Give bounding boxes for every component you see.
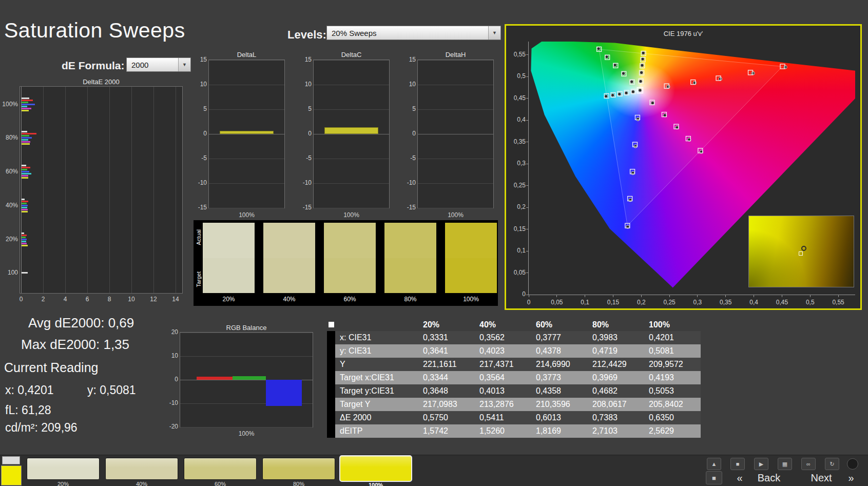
deltae-bar bbox=[22, 169, 27, 170]
y-tick-label: -20 bbox=[160, 423, 178, 430]
cie-y-tick-label: 0 bbox=[505, 290, 526, 298]
deltac-chart-title: DeltaC bbox=[313, 51, 390, 59]
table-row-strip bbox=[327, 384, 335, 398]
y-tickmark bbox=[526, 229, 529, 229]
chevrons-left-icon[interactable]: « bbox=[733, 471, 746, 484]
chevrons-right-icon[interactable]: » bbox=[844, 471, 858, 484]
yellow-measured-marker bbox=[641, 64, 644, 67]
eject-icon[interactable]: ▲ bbox=[707, 458, 721, 470]
deltae-bar bbox=[22, 245, 28, 246]
table-cell: 0,5411 bbox=[475, 411, 531, 424]
delta-bar bbox=[220, 131, 274, 134]
y-tick-label: -5 bbox=[188, 154, 207, 162]
gridline bbox=[180, 333, 313, 333]
saturation-swatch-40%[interactable] bbox=[105, 458, 178, 480]
table-cell: 221,1611 bbox=[418, 358, 475, 371]
saturation-swatch-20%[interactable] bbox=[27, 458, 100, 480]
cie-x-tick-label: 0,45 bbox=[771, 299, 792, 306]
table-col-header: 80% bbox=[588, 318, 644, 331]
deltae-gridline bbox=[43, 87, 44, 293]
grid-icon[interactable]: ▦ bbox=[778, 458, 792, 470]
deltae-x-tick-label: 12 bbox=[145, 296, 162, 303]
gridline bbox=[314, 134, 389, 134]
table-row-strip bbox=[327, 371, 335, 384]
next-button[interactable]: Next bbox=[801, 471, 842, 484]
x-tickmark bbox=[641, 295, 642, 297]
magenta-measured-marker bbox=[663, 113, 666, 116]
y-tick-label: 0 bbox=[188, 130, 207, 137]
stop-icon[interactable]: ■ bbox=[706, 471, 722, 484]
table-cell: 212,4429 bbox=[588, 358, 644, 371]
deltae-bar bbox=[22, 108, 31, 109]
y-tick-label: 0 bbox=[397, 130, 416, 137]
deltah-chart-title: DeltaH bbox=[417, 51, 494, 59]
deltae-bar bbox=[22, 98, 29, 99]
rgb-balance-chart: 20100-10-20 bbox=[180, 332, 313, 427]
magenta-measured-marker bbox=[651, 101, 654, 104]
sweep-swatch-label: 40% bbox=[263, 296, 315, 303]
table-cell: 0,7383 bbox=[588, 411, 644, 424]
record-icon[interactable] bbox=[847, 458, 858, 470]
saturation-swatch-60%[interactable] bbox=[184, 458, 257, 480]
cie-y-tick-label: 0,25 bbox=[505, 182, 526, 189]
mini-white-swatch[interactable] bbox=[2, 456, 20, 464]
saturation-swatch-100%[interactable] bbox=[339, 455, 412, 482]
y-tick-label: 0 bbox=[160, 376, 178, 383]
table-cell: 0,3969 bbox=[588, 371, 644, 384]
mini-yellow-swatch[interactable] bbox=[1, 465, 22, 485]
refresh-icon[interactable]: ↻ bbox=[825, 458, 839, 470]
table-cell: 213,2876 bbox=[475, 398, 531, 411]
cie-x-tick-label: 0,1 bbox=[575, 299, 595, 306]
deltae-bar bbox=[22, 239, 27, 240]
y-tickmark bbox=[526, 273, 529, 273]
back-button[interactable]: Back bbox=[748, 471, 789, 484]
red-measured-marker bbox=[719, 77, 722, 80]
deltae-bar bbox=[22, 137, 32, 139]
gridline bbox=[180, 356, 313, 357]
y-tickmark bbox=[526, 142, 529, 142]
table-cell: 214,6990 bbox=[531, 358, 588, 371]
gridline bbox=[418, 208, 493, 208]
y-tickmark bbox=[526, 76, 529, 77]
infinity-icon[interactable]: ∞ bbox=[801, 458, 816, 470]
table-row-label: Y bbox=[335, 358, 418, 371]
rgb-bar-green bbox=[233, 376, 266, 380]
y-tick-label: 15 bbox=[397, 56, 416, 63]
x-tickmark bbox=[782, 295, 782, 297]
table-cell: 0,3641 bbox=[418, 344, 475, 358]
table-cell: 0,5053 bbox=[644, 384, 701, 398]
cie-y-tick-label: 0,4 bbox=[505, 116, 526, 123]
gridline bbox=[209, 183, 284, 184]
gridline bbox=[418, 85, 493, 85]
blue-measured-marker bbox=[634, 145, 637, 148]
table-cell: 217,4371 bbox=[475, 358, 531, 371]
y-tick-label: -10 bbox=[160, 399, 178, 406]
y-tickmark bbox=[526, 295, 529, 295]
deltae-bar bbox=[22, 201, 28, 202]
table-row-label: ΔE 2000 bbox=[335, 411, 418, 424]
deltae-bar bbox=[22, 207, 27, 208]
y-tick-label: 0 bbox=[293, 130, 312, 137]
table-row: Target Y217,0983213,2876210,3596208,0617… bbox=[327, 398, 701, 411]
cie-x-tick-label: 0,05 bbox=[547, 299, 567, 306]
table-row: Y221,1611217,4371214,6990212,4429209,957… bbox=[327, 358, 701, 371]
play-icon[interactable]: ▶ bbox=[754, 458, 768, 470]
measurement-table: 20%40%60%80%100%x: CIE310,33310,35620,37… bbox=[327, 318, 701, 438]
gridline bbox=[209, 134, 284, 134]
saturation-swatch-80%[interactable] bbox=[262, 458, 335, 480]
stop-icon[interactable]: ■ bbox=[730, 458, 745, 470]
deltae-bar bbox=[22, 165, 26, 166]
de-formula-label: dE Formula: bbox=[62, 60, 125, 72]
table-corner-handle[interactable] bbox=[329, 322, 334, 327]
levels-dropdown[interactable]: 20% Sweeps ▼ bbox=[326, 26, 501, 40]
table-cell: 0,6013 bbox=[531, 411, 588, 424]
table-left-strip bbox=[327, 318, 335, 331]
deltac-chart: 151050-5-10-15 bbox=[313, 60, 390, 208]
deltah-x-label: 100% bbox=[417, 211, 494, 219]
deltae-bar bbox=[22, 102, 28, 103]
table-cell: 0,3648 bbox=[418, 384, 475, 398]
de-formula-dropdown[interactable]: 2000 ▼ bbox=[126, 57, 191, 72]
actual-target-swatch-panel: Actual Target 20%40%60%80%100% bbox=[194, 220, 498, 306]
yellow-measured-marker bbox=[640, 71, 643, 74]
table-cell: 2,5629 bbox=[644, 424, 701, 438]
